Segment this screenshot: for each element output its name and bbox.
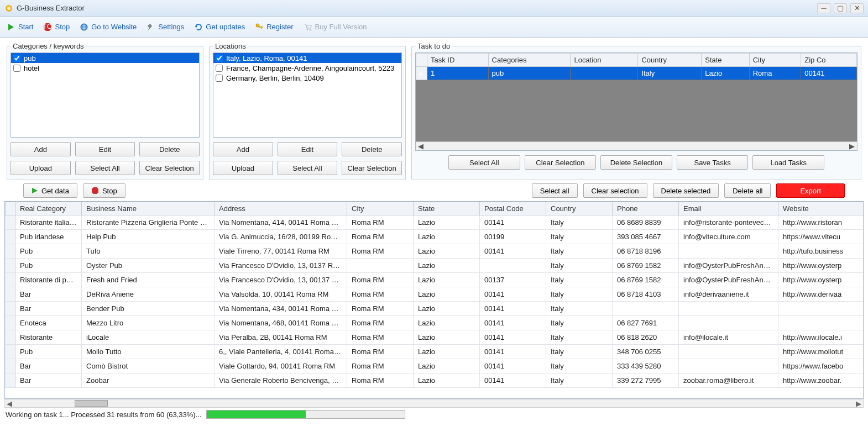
task-col-header[interactable]: Zip Co (801, 54, 857, 67)
toolbar-buy[interactable]: Buy Full Version (304, 23, 367, 31)
result-col-header[interactable]: Email (679, 202, 778, 215)
categories-upload-button[interactable]: Upload (11, 161, 71, 175)
location-item[interactable]: Italy, Lazio, Roma, 00141 (213, 53, 401, 63)
result-row[interactable]: RistoranteiLocaleVia Peralba, 2B, 00141 … (6, 330, 864, 345)
results-deleteall-button[interactable]: Delete all (724, 183, 771, 198)
toolbar-updates[interactable]: Get updates (194, 23, 245, 31)
results-selectall-button[interactable]: Select all (532, 183, 578, 198)
category-item[interactable]: hotel (11, 63, 199, 73)
result-col-header[interactable]: Business Name (82, 202, 215, 215)
locations-selectall-button[interactable]: Select All (278, 161, 338, 175)
result-cell: 00141 (480, 359, 546, 373)
results-hscroll[interactable]: ◀ ▶ (4, 399, 864, 408)
locations-delete-button[interactable]: Delete (342, 142, 402, 156)
toolbar-settings[interactable]: Settings (147, 23, 184, 31)
result-cell: Bar (15, 373, 82, 388)
locations-clear-button[interactable]: Clear Selection (342, 161, 402, 175)
task-col-header[interactable]: Task ID (427, 54, 489, 67)
result-row[interactable]: BarComò BistrotViale Gottardo, 94, 00141… (6, 359, 864, 373)
result-cell: Via Valsolda, 10, 00141 Roma RM (215, 287, 347, 302)
tasks-load-button[interactable]: Load Tasks (752, 155, 824, 170)
main-toolbar: Start STOP Stop Go to Website Settings G… (0, 17, 868, 38)
tasks-grid[interactable]: Task IDCategoriesLocationCountryStateCit… (415, 52, 857, 151)
task-col-header[interactable]: State (702, 54, 749, 67)
task-col-header[interactable]: Location (571, 54, 638, 67)
results-deletesel-button[interactable]: Delete selected (653, 183, 719, 198)
categories-delete-button[interactable]: Delete (139, 142, 200, 156)
scroll-left-icon[interactable]: ◀ (417, 143, 425, 150)
export-button[interactable]: Export (776, 183, 845, 198)
task-col-header[interactable]: Categories (488, 54, 571, 67)
location-checkbox[interactable] (216, 65, 223, 72)
result-row[interactable]: Pub irlandeseHelp PubVia G. Animuccia, 1… (6, 230, 864, 244)
result-cell: 06 827 7691 (613, 316, 679, 330)
result-cell: 00199 (480, 230, 546, 244)
result-cell: 00141 (480, 345, 546, 359)
close-button[interactable]: ✕ (850, 3, 864, 13)
result-col-header[interactable]: Website (778, 202, 864, 215)
task-col-header[interactable]: City (749, 54, 801, 67)
result-cell: Viale Tirreno, 77, 00141 Roma RM (215, 244, 347, 259)
scroll-left-icon[interactable]: ◀ (5, 399, 14, 408)
locations-edit-button[interactable]: Edit (278, 142, 338, 156)
location-checkbox[interactable] (216, 55, 223, 62)
toolbar-goto-website[interactable]: Go to Website (80, 23, 137, 31)
mid-stop-button[interactable]: Stop (83, 183, 126, 198)
scroll-right-icon[interactable]: ▶ (854, 399, 863, 408)
categories-listbox[interactable]: pubhotel (11, 52, 200, 138)
result-row[interactable]: PubOyster PubVia Francesco D'Ovidio, 13,… (6, 259, 864, 273)
locations-listbox[interactable]: Italy, Lazio, Roma, 00141France, Champag… (213, 52, 402, 138)
result-row[interactable]: BarDeRiva AnieneVia Valsolda, 10, 00141 … (6, 287, 864, 302)
toolbar-stop[interactable]: STOP Stop (43, 23, 70, 31)
locations-upload-button[interactable]: Upload (213, 161, 273, 175)
tasks-hscroll[interactable]: ◀ ▶ (416, 141, 857, 150)
result-row[interactable]: Ristorante italianoRistorante Pizzeria G… (6, 215, 864, 230)
task-col-header[interactable]: Country (638, 54, 702, 67)
result-col-header[interactable]: State (414, 202, 480, 215)
categories-selectall-button[interactable]: Select All (75, 161, 135, 175)
categories-add-button[interactable]: Add (11, 142, 71, 156)
tasks-selectall-button[interactable]: Select All (448, 155, 520, 170)
category-item[interactable]: pub (11, 53, 199, 63)
result-row[interactable]: BarZoobarVia Generale Roberto Bencivenga… (6, 373, 864, 388)
scroll-thumb[interactable] (75, 400, 108, 407)
minimize-button[interactable]: ─ (817, 3, 830, 13)
result-row[interactable]: PubMollo Tutto6,, Viale Pantelleria, 4, … (6, 345, 864, 359)
categories-clear-button[interactable]: Clear Selection (139, 161, 200, 175)
result-col-header[interactable]: Postal Code (480, 202, 546, 215)
get-data-button[interactable]: Get data (23, 183, 77, 198)
tasks-deletesel-button[interactable]: Delete Selection (600, 155, 672, 170)
toolbar-start[interactable]: Start (7, 23, 33, 31)
globe-icon (80, 23, 88, 31)
result-col-header[interactable]: Address (215, 202, 347, 215)
result-cell: Bender Pub (82, 302, 215, 316)
location-item[interactable]: Germany, Berlin, Berlin, 10409 (213, 73, 401, 83)
result-row[interactable]: EnotecaMezzo LitroVia Nomentana, 468, 00… (6, 316, 864, 330)
location-checkbox[interactable] (216, 75, 223, 82)
result-cell: http://www.ilocale.i (778, 330, 864, 345)
scroll-right-icon[interactable]: ▶ (848, 143, 856, 150)
category-checkbox[interactable] (13, 65, 20, 72)
result-cell: 333 439 5280 (613, 359, 679, 373)
result-cell: Italy (546, 359, 613, 373)
tasks-clear-button[interactable]: Clear Selection (525, 155, 597, 170)
result-col-header[interactable]: Real Category (15, 202, 82, 215)
task-row[interactable]: ▸1pubItalyLazioRoma00141 (416, 67, 857, 80)
result-col-header[interactable]: Phone (613, 202, 679, 215)
results-grid[interactable]: Real CategoryBusiness NameAddressCitySta… (4, 201, 864, 399)
results-clearsel-button[interactable]: Clear selection (583, 183, 647, 198)
category-checkbox[interactable] (13, 55, 20, 62)
location-item[interactable]: France, Champagne-Ardenne, Aingoulaincou… (213, 63, 401, 73)
categories-edit-button[interactable]: Edit (75, 142, 135, 156)
task-cell: Roma (749, 67, 801, 80)
maximize-button[interactable]: ▢ (834, 3, 847, 13)
toolbar-register[interactable]: Register (255, 23, 293, 31)
result-row[interactable]: BarBender PubVia Nomentana, 434, 00141 R… (6, 302, 864, 316)
result-col-header[interactable]: City (347, 202, 414, 215)
result-col-header[interactable]: Country (546, 202, 613, 215)
task-cell: 1 (427, 67, 489, 80)
result-row[interactable]: PubTufoViale Tirreno, 77, 00141 Roma RMR… (6, 244, 864, 259)
locations-add-button[interactable]: Add (213, 142, 273, 156)
tasks-save-button[interactable]: Save Tasks (677, 155, 749, 170)
result-row[interactable]: Ristorante di pesceFresh and FriedVia Fr… (6, 273, 864, 287)
